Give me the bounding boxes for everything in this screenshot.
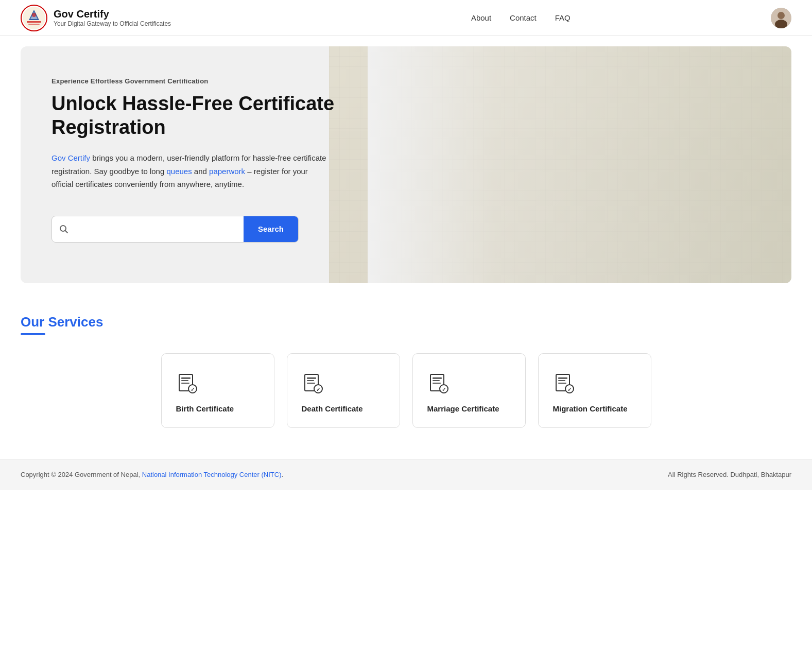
nav-link-about[interactable]: About [471, 13, 491, 22]
service-card-death[interactable]: ✓ Death Certificate [287, 353, 400, 428]
navbar-title-group: Gov Certify Your Digital Gateway to Offi… [54, 8, 171, 27]
services-heading: Our Services [21, 314, 791, 330]
hero-body-and: and [192, 167, 209, 176]
service-card-migration[interactable]: ✓ Migration Certificate [538, 353, 651, 428]
svg-rect-25 [433, 377, 442, 379]
footer-copyright: Copyright © 2024 Government of Nepal, Na… [21, 471, 283, 478]
navbar-title: Gov Certify [54, 8, 171, 20]
hero-content: Experience Effortless Government Certifi… [51, 77, 381, 243]
migration-certificate-icon: ✓ [553, 372, 576, 395]
hero-body: Gov Certify brings you a modern, user-fr… [51, 151, 330, 191]
hero-section: Experience Effortless Government Certifi… [21, 46, 791, 283]
footer-nitc-link[interactable]: National Information Technology Center (… [142, 471, 282, 478]
svg-rect-15 [181, 383, 189, 384]
svg-rect-5 [27, 21, 41, 23]
svg-rect-6 [28, 24, 40, 25]
search-bar: Search [51, 216, 299, 243]
svg-point-8 [778, 12, 785, 19]
gov-certify-logo [21, 5, 47, 31]
svg-rect-27 [433, 383, 441, 384]
hero-bg-overlay [368, 46, 791, 283]
nav-link-faq[interactable]: FAQ [555, 13, 571, 22]
footer-rights: All Rights Reserved. Dudhpati, Bhaktapur [668, 471, 791, 478]
death-certificate-label: Death Certificate [302, 404, 363, 413]
search-input[interactable] [76, 225, 244, 233]
footer-period: . [281, 471, 283, 478]
avatar[interactable] [771, 8, 791, 28]
birth-certificate-icon: ✓ [176, 372, 199, 395]
death-certificate-icon: ✓ [302, 372, 324, 395]
service-card-birth[interactable]: ✓ Birth Certificate [161, 353, 274, 428]
svg-rect-31 [558, 377, 567, 379]
svg-rect-33 [558, 383, 566, 384]
migration-certificate-label: Migration Certificate [553, 404, 628, 413]
footer: Copyright © 2024 Government of Nepal, Na… [0, 459, 812, 490]
services-heading-colored: Services [48, 314, 103, 330]
svg-text:✓: ✓ [191, 387, 195, 392]
svg-text:✓: ✓ [567, 387, 572, 392]
user-avatar-icon [771, 8, 791, 28]
svg-rect-13 [181, 377, 191, 379]
services-heading-plain: Our [21, 314, 48, 330]
queues-link[interactable]: queues [166, 167, 192, 176]
search-icon [59, 225, 68, 234]
svg-point-4 [32, 13, 36, 17]
svg-rect-21 [307, 383, 315, 384]
marriage-certificate-icon: ✓ [427, 372, 450, 395]
search-icon-wrap [52, 225, 76, 234]
navbar: Gov Certify Your Digital Gateway to Offi… [0, 0, 812, 36]
footer-location: Dudhpati, Bhaktapur [729, 471, 791, 478]
paperwork-link[interactable]: paperwork [209, 167, 245, 176]
services-section: Our Services ✓ Birth Certificate [0, 294, 812, 459]
navbar-subtitle: Your Digital Gateway to Official Certifi… [54, 20, 171, 27]
service-card-marriage[interactable]: ✓ Marriage Certificate [412, 353, 526, 428]
svg-rect-14 [181, 380, 188, 381]
marriage-certificate-label: Marriage Certificate [427, 404, 499, 413]
birth-certificate-label: Birth Certificate [176, 404, 234, 413]
navbar-brand: Gov Certify Your Digital Gateway to Offi… [21, 5, 271, 31]
hero-eyebrow: Experience Effortless Government Certifi… [51, 77, 381, 85]
svg-line-11 [65, 230, 68, 233]
svg-text:✓: ✓ [316, 387, 320, 392]
svg-text:✓: ✓ [442, 387, 446, 392]
hero-heading: Unlock Hassle-Free Certificate Registrat… [51, 92, 381, 139]
svg-rect-26 [433, 380, 440, 381]
svg-rect-20 [307, 380, 314, 381]
nav-link-contact[interactable]: Contact [510, 13, 537, 22]
services-grid: ✓ Birth Certificate ✓ Death Certificate [21, 353, 791, 428]
footer-copyright-text: Copyright © 2024 Government of Nepal, [21, 471, 142, 478]
svg-rect-32 [558, 380, 565, 381]
search-button[interactable]: Search [244, 216, 298, 243]
footer-rights-text: All Rights Reserved. [668, 471, 729, 478]
svg-rect-19 [307, 377, 316, 379]
gov-certify-link[interactable]: Gov Certify [51, 153, 90, 162]
navbar-links: About Contact FAQ [271, 13, 771, 22]
services-underline [21, 333, 45, 335]
